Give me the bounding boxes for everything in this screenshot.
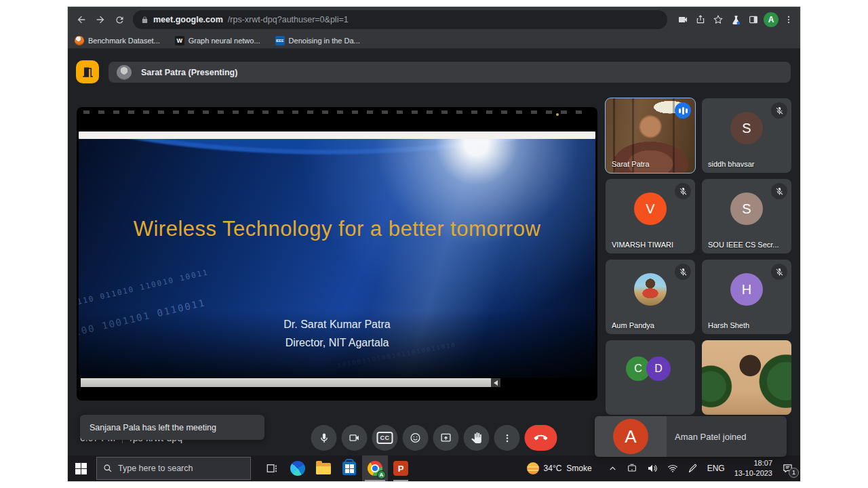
participant-tile-vimarsh-tiwari[interactable]: V VIMARSH TIWARI — [606, 179, 695, 253]
share-icon[interactable] — [692, 11, 709, 28]
side-panel-icon[interactable] — [745, 11, 762, 28]
windows-taskbar: A P 34°C Smoke — [68, 455, 800, 481]
taskbar-clock[interactable]: 18:07 13-10-2023 — [734, 458, 772, 479]
mic-off-icon — [771, 183, 787, 199]
notification-count-badge: 1 — [789, 468, 799, 478]
slide-title: Wireless Technology for a better tomorro… — [127, 215, 547, 243]
participant-tile-siddh-bhavsar[interactable]: S siddh bhavsar — [702, 98, 791, 173]
weather-icon — [527, 462, 539, 474]
wifi-icon[interactable] — [667, 463, 678, 474]
weather-desc: Smoke — [566, 464, 591, 473]
file-explorer-icon[interactable] — [311, 455, 336, 481]
speaking-indicator-icon — [675, 102, 691, 119]
star-icon[interactable] — [709, 11, 727, 28]
profile-avatar[interactable]: A — [762, 11, 780, 28]
cast-icon[interactable] — [627, 463, 637, 474]
participant-name: Aum Pandya — [612, 321, 654, 329]
participant-tile-group[interactable]: C D — [606, 340, 695, 415]
end-call-button[interactable] — [525, 425, 557, 451]
slide: 100110 011010 110010 10011 0110100 10011… — [79, 139, 595, 378]
captions-button[interactable]: CC — [372, 425, 398, 451]
bookmarks-bar: Benchmark Dataset... W Graph neural netw… — [68, 33, 800, 49]
slide-presenter-role: Director, NIT Agartala — [201, 337, 473, 349]
avatar-photo — [634, 273, 667, 306]
reload-icon[interactable] — [110, 10, 129, 29]
presenter-pill[interactable]: Sarat Patra (Presenting) — [108, 62, 791, 83]
start-icon[interactable] — [68, 455, 94, 481]
weather-widget[interactable]: 34°C Smoke — [527, 462, 592, 474]
toast-text: Sanjana Pala has left the meeting — [90, 423, 216, 432]
meet-app: Sarat Patra (Presenting) 100110 011010 1… — [68, 49, 800, 455]
avatar: D — [646, 357, 671, 381]
reactions-button[interactable] — [403, 425, 429, 451]
participant-tile-harsh-sheth[interactable]: H Harsh Sheth — [702, 260, 791, 334]
forward-icon[interactable] — [91, 10, 110, 29]
url-path: /rps-xrwt-dpq?authuser=0&pli=1 — [228, 15, 349, 24]
labs-flask-icon[interactable] — [727, 11, 745, 28]
ieee-icon: IEEE — [275, 36, 285, 45]
tab-camera-icon — [674, 11, 692, 28]
mic-button[interactable] — [311, 425, 337, 451]
url-bar[interactable]: meet.google.com/rps-xrwt-dpq?authuser=0&… — [133, 10, 667, 29]
system-tray: 34°C Smoke ENG 18:07 13-10-2023 — [527, 455, 800, 481]
remote-scrollbar — [81, 378, 500, 387]
shared-screen: 100110 011010 110010 10011 0110100 10011… — [77, 107, 597, 401]
participant-video — [702, 340, 791, 415]
scroll-left-button — [491, 378, 500, 387]
present-button[interactable] — [433, 425, 459, 451]
language-indicator[interactable]: ENG — [707, 464, 725, 473]
bookmark-denoising[interactable]: IEEE Denoising in the Da... — [275, 36, 360, 45]
camera-button[interactable] — [342, 425, 368, 451]
open-app-indicator — [393, 480, 408, 481]
browser-toolbar: meet.google.com/rps-xrwt-dpq?authuser=0&… — [68, 7, 800, 33]
clock-date: 13-10-2023 — [734, 468, 772, 479]
toast-participant-joined: A Aman Patel joined — [595, 416, 787, 457]
store-icon[interactable] — [336, 455, 362, 481]
participant-name: VIMARSH TIWARI — [612, 241, 673, 249]
participant-tile-video[interactable] — [702, 340, 791, 415]
chrome-icon[interactable]: A — [362, 455, 388, 481]
taskbar-search[interactable] — [96, 457, 251, 480]
bookmark-benchmark[interactable]: Benchmark Dataset... — [75, 36, 160, 45]
spark-dot — [556, 113, 559, 116]
raise-hand-button[interactable] — [464, 425, 490, 451]
toast-avatar-panel: A — [595, 416, 667, 457]
powerpoint-icon[interactable]: P — [388, 455, 414, 481]
menu-dots-icon[interactable] — [780, 11, 797, 28]
bookmark-graph-neural[interactable]: W Graph neural netwo... — [175, 36, 260, 45]
url-host: meet.google.com — [153, 15, 223, 24]
avatar: S — [730, 192, 763, 225]
participant-name: Harsh Sheth — [708, 321, 749, 329]
avatar: A — [613, 419, 648, 454]
mic-off-icon — [675, 183, 691, 199]
notification-icon[interactable]: 1 — [782, 463, 793, 474]
lock-icon — [141, 16, 149, 24]
bookmark-label: Graph neural netwo... — [189, 37, 260, 45]
chevron-up-icon[interactable] — [608, 464, 617, 473]
browser-window: meet.google.com/rps-xrwt-dpq?authuser=0&… — [68, 7, 800, 481]
mic-off-icon — [771, 264, 787, 280]
slide-presenter-name: Dr. Sarat Kumar Patra — [201, 319, 473, 331]
participant-name: siddh bhavsar — [708, 160, 755, 168]
participant-tile-aum-pandya[interactable]: Aum Pandya — [606, 260, 695, 334]
participant-tile-sou-ieee[interactable]: S SOU IEEE CS Secr... — [702, 179, 791, 253]
edge-icon[interactable] — [285, 455, 311, 481]
pen-icon[interactable] — [688, 464, 698, 474]
avatar: S — [730, 112, 763, 144]
search-input[interactable] — [118, 464, 233, 473]
participant-tile-sarat-patra[interactable]: Sarat Patra — [606, 98, 695, 173]
avatar: H — [730, 273, 763, 306]
more-options-button[interactable] — [494, 425, 520, 451]
remote-ribbon-bar — [79, 131, 595, 139]
chrome-profile-badge: A — [377, 470, 386, 479]
remote-toolbar-blur — [83, 110, 585, 114]
meeting-room-door-icon[interactable] — [76, 60, 99, 83]
presenter-name: Sarat Patra (Presenting) — [141, 68, 237, 77]
speaker-icon[interactable] — [647, 463, 658, 474]
participant-name: SOU IEEE CS Secr... — [708, 241, 779, 249]
task-view-icon[interactable] — [259, 455, 285, 481]
bookmark-label: Benchmark Dataset... — [88, 37, 160, 45]
back-icon[interactable] — [72, 10, 91, 29]
weather-temp: 34°C — [544, 464, 562, 473]
toast-left-meeting: Sanjana Pala has left the meeting — [80, 415, 264, 440]
